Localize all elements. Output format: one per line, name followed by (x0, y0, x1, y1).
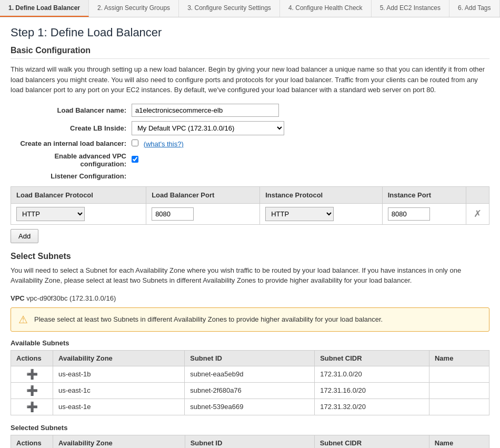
sel-col-cidr: Subnet CIDR (314, 435, 429, 448)
available-subnets-label: Available Subnets (11, 339, 489, 347)
col-instance-protocol: Instance Protocol (260, 186, 383, 203)
listener-row: HTTP HTTP ✗ (11, 203, 489, 224)
avail-col-subnet: Subnet ID (185, 350, 315, 366)
selected-subnets-table: Actions Availability Zone Subnet ID Subn… (11, 435, 489, 449)
available-subnet-id: subnet-eaa5eb9d (185, 366, 315, 382)
advanced-vpc-row: Enable advanced VPC configuration: (11, 152, 489, 168)
available-az: us-east-1b (53, 366, 185, 382)
add-subnet-button[interactable]: ➕ (26, 369, 38, 380)
sel-col-subnet: Subnet ID (185, 435, 314, 448)
listener-section: Load Balancer Protocol Load Balancer Por… (11, 186, 489, 243)
advanced-vpc-value (132, 156, 489, 164)
step-health-check[interactable]: 4. Configure Health Check (280, 0, 372, 17)
subnets-title: Select Subnets (11, 252, 489, 261)
step-add-tags[interactable]: 6. Add Tags (449, 0, 500, 17)
available-subnet-id: subnet-539ea669 (185, 399, 315, 415)
warning-box: ⚠ Please select at least two Subnets in … (11, 307, 489, 332)
available-subnet-id: subnet-2f680a76 (185, 382, 315, 399)
available-az: us-east-1c (53, 382, 185, 399)
instance-protocol-cell: HTTP (260, 203, 383, 224)
step-add-ec2[interactable]: 5. Add EC2 Instances (372, 0, 449, 17)
available-subnet-cidr: 172.31.0.0/20 (315, 366, 429, 382)
basic-config-form: Load Balancer name: Create LB Inside: My… (11, 104, 489, 180)
available-subnet-name (429, 399, 489, 415)
step-define-lb[interactable]: 1. Define Load Balancer (0, 0, 89, 17)
lb-name-value (132, 104, 489, 117)
vpc-cidr: (172.31.0.0/16) (69, 294, 116, 302)
internal-lb-label: Create an internal load balancer: (11, 140, 132, 147)
available-az: us-east-1e (53, 399, 185, 415)
lb-name-row: Load Balancer name: (11, 104, 489, 117)
instance-port-input[interactable] (388, 207, 430, 221)
avail-col-az: Availability Zone (53, 350, 185, 366)
sel-col-actions: Actions (11, 435, 53, 448)
sel-col-name: Name (429, 435, 489, 448)
selected-header-row: Actions Availability Zone Subnet ID Subn… (11, 435, 489, 448)
avail-col-cidr: Subnet CIDR (315, 350, 429, 366)
warning-icon: ⚠ (18, 313, 28, 326)
instance-protocol-select[interactable]: HTTP (265, 207, 334, 221)
section-basic-title: Basic Configuration (11, 46, 489, 59)
lb-protocol-cell: HTTP (11, 203, 146, 224)
available-subnet-row: ➕ us-east-1c subnet-2f680a76 172.31.16.0… (11, 382, 489, 399)
listener-table: Load Balancer Protocol Load Balancer Por… (11, 186, 489, 225)
available-subnet-cidr: 172.31.16.0/20 (315, 382, 429, 399)
selected-subnets-label: Selected Subnets (11, 424, 489, 432)
lb-protocol-select[interactable]: HTTP (16, 207, 85, 221)
add-subnet-button[interactable]: ➕ (26, 402, 38, 412)
vpc-id: vpc-d90f30bc (26, 294, 67, 302)
wizard-steps: 1. Define Load Balancer 2. Assign Securi… (0, 0, 500, 17)
remove-cell: ✗ (466, 203, 489, 224)
add-subnet-button[interactable]: ➕ (26, 385, 38, 396)
create-lb-row: Create LB Inside: My Default VPC (172.31… (11, 121, 489, 135)
col-lb-protocol: Load Balancer Protocol (11, 186, 146, 203)
subnets-description: You will need to select a Subnet for eac… (11, 265, 489, 286)
add-listener-button[interactable]: Add (11, 229, 38, 243)
create-lb-value: My Default VPC (172.31.0.0/16) (132, 121, 489, 135)
instance-port-cell (382, 203, 466, 224)
available-header-row: Actions Availability Zone Subnet ID Subn… (11, 350, 489, 366)
page-title: Step 1: Define Load Balancer (11, 26, 489, 39)
col-instance-port: Instance Port (382, 186, 466, 203)
available-subnets-table: Actions Availability Zone Subnet ID Subn… (11, 350, 489, 415)
add-subnet-action[interactable]: ➕ (11, 382, 53, 399)
step-security-groups[interactable]: 2. Assign Security Groups (89, 0, 179, 17)
lb-name-input[interactable] (132, 104, 279, 117)
listener-config-label: Listener Configuration: (11, 172, 132, 180)
available-subnet-name (429, 366, 489, 382)
lb-port-input[interactable] (152, 207, 194, 221)
warning-text: Please select at least two Subnets in di… (34, 315, 383, 323)
available-subnet-row: ➕ us-east-1b subnet-eaa5eb9d 172.31.0.0/… (11, 366, 489, 382)
subnets-section: Select Subnets You will need to select a… (11, 252, 489, 449)
advanced-vpc-checkbox[interactable] (132, 156, 138, 163)
listener-config-row: Listener Configuration: (11, 172, 489, 180)
main-content: Step 1: Define Load Balancer Basic Confi… (0, 17, 500, 448)
create-lb-select[interactable]: My Default VPC (172.31.0.0/16) (132, 121, 284, 135)
internal-lb-row: Create an internal load balancer: (what'… (11, 140, 489, 148)
col-lb-port: Load Balancer Port (146, 186, 260, 203)
available-subnet-row: ➕ us-east-1e subnet-539ea669 172.31.32.0… (11, 399, 489, 415)
available-subnet-cidr: 172.31.32.0/20 (315, 399, 429, 415)
add-subnet-action[interactable]: ➕ (11, 366, 53, 382)
internal-lb-value: (what's this?) (132, 140, 489, 148)
internal-lb-checkbox[interactable] (132, 140, 138, 146)
step-security-settings[interactable]: 3. Configure Security Settings (179, 0, 280, 17)
lb-name-label: Load Balancer name: (11, 106, 132, 114)
lb-port-cell (146, 203, 260, 224)
advanced-vpc-label: Enable advanced VPC configuration: (11, 152, 132, 168)
col-actions (466, 186, 489, 203)
available-subnet-name (429, 382, 489, 399)
intro-description: This wizard will walk you through settin… (11, 64, 489, 95)
sel-col-az: Availability Zone (53, 435, 185, 448)
vpc-label-text: VPC (11, 294, 25, 302)
create-lb-label: Create LB Inside: (11, 124, 132, 132)
avail-col-name: Name (429, 350, 489, 366)
listener-header-row: Load Balancer Protocol Load Balancer Por… (11, 186, 489, 203)
vpc-label: VPC vpc-d90f30bc (172.31.0.0/16) (11, 294, 489, 302)
add-subnet-action[interactable]: ➕ (11, 399, 53, 415)
avail-col-actions: Actions (11, 350, 53, 366)
remove-listener-button[interactable]: ✗ (472, 208, 484, 220)
whats-this-link[interactable]: (what's this?) (144, 140, 184, 148)
